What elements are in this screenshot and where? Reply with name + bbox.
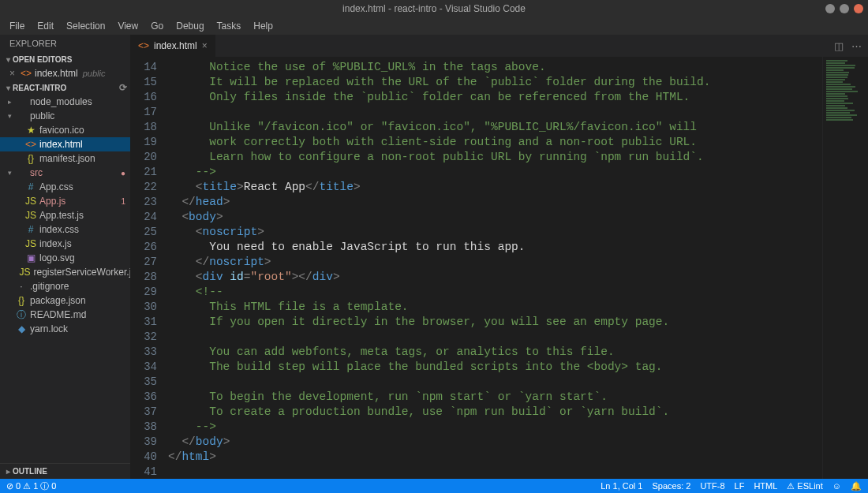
file-registerserviceworker-js[interactable]: JSregisterServiceWorker.js [0, 265, 130, 279]
line-number[interactable]: 32 [130, 330, 157, 345]
folder-src[interactable]: ▾src● [0, 166, 130, 180]
code-line[interactable]: <noscript> [168, 225, 822, 240]
open-editors-header[interactable]: ▾ Open Editors [0, 52, 130, 66]
line-number[interactable]: 38 [130, 420, 157, 435]
close-icon[interactable]: × [9, 68, 21, 79]
line-number[interactable]: 26 [130, 240, 157, 255]
eslint-status[interactable]: ⚠ ESLint [787, 481, 822, 491]
indentation-status[interactable]: Spaces: 2 [652, 481, 690, 491]
line-number[interactable]: 40 [130, 450, 157, 465]
minimize-icon[interactable] [825, 4, 835, 13]
folder-node_modules[interactable]: ▸node_modules [0, 95, 130, 109]
split-editor-icon[interactable]: ◫ [834, 40, 844, 52]
project-header[interactable]: ▾ React-Intro ⟳ [0, 80, 130, 95]
eol-status[interactable]: LF [735, 481, 745, 491]
code-line[interactable]: Unlike "/favicon.ico" or "favicon.ico", … [168, 120, 822, 135]
code-editor[interactable]: Notice the use of %PUBLIC_URL% in the ta… [168, 57, 822, 479]
menu-item-tasks[interactable]: Tasks [211, 19, 248, 33]
code-line[interactable]: The build step will place the bundled sc… [168, 360, 822, 375]
line-number[interactable]: 17 [130, 105, 157, 120]
code-line[interactable]: It will be replaced with the URL of the … [168, 75, 822, 90]
feedback-icon[interactable]: ☺ [832, 481, 841, 491]
code-line[interactable]: To begin the development, run `npm start… [168, 390, 822, 405]
file-yarn-lock[interactable]: ◆yarn.lock [0, 322, 130, 336]
open-editor-item[interactable]: × <> index.html public [0, 66, 130, 80]
menu-item-help[interactable]: Help [247, 19, 279, 33]
line-number[interactable]: 28 [130, 270, 157, 285]
menu-item-selection[interactable]: Selection [60, 19, 111, 33]
problems-indicator[interactable]: ⊘0 ⚠1 ⓘ0 [6, 480, 56, 492]
menu-item-go[interactable]: Go [144, 19, 170, 33]
file-logo-svg[interactable]: ▣logo.svg [0, 251, 130, 265]
line-number[interactable]: 23 [130, 195, 157, 210]
close-icon[interactable] [854, 4, 863, 13]
menu-item-file[interactable]: File [3, 19, 31, 33]
close-tab-icon[interactable]: × [202, 40, 208, 51]
file-package-json[interactable]: {}package.json [0, 293, 130, 308]
code-line[interactable]: <body> [168, 210, 822, 225]
encoding-status[interactable]: UTF-8 [700, 481, 724, 491]
minimap[interactable] [822, 57, 868, 479]
code-line[interactable] [168, 105, 822, 120]
file-favicon-ico[interactable]: ★favicon.ico [0, 123, 130, 137]
code-line[interactable]: --> [168, 420, 822, 435]
line-number[interactable]: 24 [130, 210, 157, 225]
file-index-js[interactable]: JSindex.js [0, 237, 130, 251]
outline-header[interactable]: ▸ Outline [0, 463, 130, 479]
code-line[interactable]: Only files inside the `public` folder ca… [168, 90, 822, 105]
line-number[interactable]: 25 [130, 225, 157, 240]
code-line[interactable]: <title>React App</title> [168, 180, 822, 195]
line-number[interactable]: 31 [130, 315, 157, 330]
code-line[interactable] [168, 330, 822, 345]
maximize-icon[interactable] [840, 4, 849, 13]
code-line[interactable] [168, 375, 822, 390]
line-number[interactable]: 37 [130, 405, 157, 420]
code-line[interactable]: </head> [168, 195, 822, 210]
editor-tab[interactable]: <> index.html × [130, 35, 216, 57]
line-number-gutter[interactable]: 1415161718192021222324252627282930313233… [130, 57, 168, 479]
code-line[interactable]: work correctly both with client-side rou… [168, 135, 822, 150]
file-index-html[interactable]: <>index.html [0, 137, 130, 151]
file-app-test-js[interactable]: JSApp.test.js [0, 208, 130, 222]
menu-item-debug[interactable]: Debug [170, 19, 210, 33]
line-number[interactable]: 19 [130, 135, 157, 150]
line-number[interactable]: 36 [130, 390, 157, 405]
code-line[interactable]: </body> [168, 435, 822, 450]
code-line[interactable] [168, 465, 822, 479]
menu-item-view[interactable]: View [111, 19, 144, 33]
file-index-css[interactable]: #index.css [0, 222, 130, 237]
line-number[interactable]: 22 [130, 180, 157, 195]
folder-public[interactable]: ▾public [0, 109, 130, 123]
code-line[interactable]: This HTML file is a template. [168, 300, 822, 315]
code-line[interactable]: You can add webfonts, meta tags, or anal… [168, 345, 822, 360]
cursor-position[interactable]: Ln 1, Col 1 [600, 481, 642, 491]
language-mode[interactable]: HTML [754, 481, 777, 491]
code-line[interactable]: To create a production bundle, use `npm … [168, 405, 822, 420]
line-number[interactable]: 35 [130, 375, 157, 390]
line-number[interactable]: 29 [130, 285, 157, 300]
code-line[interactable]: <div id="root"></div> [168, 270, 822, 285]
code-line[interactable]: </noscript> [168, 255, 822, 270]
file--gitignore[interactable]: ·.gitignore [0, 279, 130, 293]
code-line[interactable]: If you open it directly in the browser, … [168, 315, 822, 330]
file-readme-md[interactable]: ⓘREADME.md [0, 308, 130, 322]
more-actions-icon[interactable]: ⋯ [851, 40, 862, 52]
line-number[interactable]: 18 [130, 120, 157, 135]
menu-item-edit[interactable]: Edit [31, 19, 60, 33]
line-number[interactable]: 15 [130, 75, 157, 90]
line-number[interactable]: 33 [130, 345, 157, 360]
code-line[interactable]: <!-- [168, 285, 822, 300]
refresh-icon[interactable]: ⟳ [119, 82, 127, 93]
file-app-js[interactable]: JSApp.js1 [0, 194, 130, 208]
line-number[interactable]: 20 [130, 150, 157, 165]
line-number[interactable]: 16 [130, 90, 157, 105]
notifications-icon[interactable]: 🔔 [851, 481, 862, 491]
file-app-css[interactable]: #App.css [0, 180, 130, 194]
line-number[interactable]: 14 [130, 60, 157, 75]
line-number[interactable]: 27 [130, 255, 157, 270]
code-line[interactable]: You need to enable JavaScript to run thi… [168, 240, 822, 255]
code-line[interactable]: </html> [168, 450, 822, 465]
file-manifest-json[interactable]: {}manifest.json [0, 151, 130, 166]
line-number[interactable]: 30 [130, 300, 157, 315]
line-number[interactable]: 41 [130, 465, 157, 480]
